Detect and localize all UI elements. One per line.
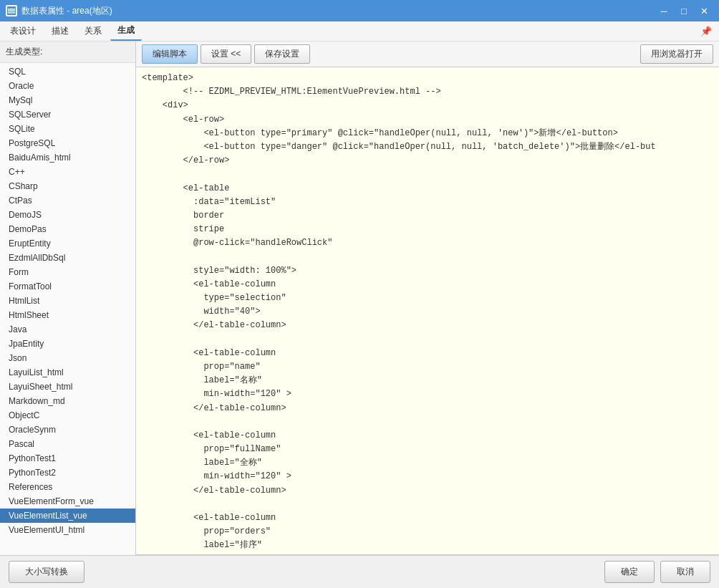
list-item-layuilist_html[interactable]: LayuiList_html [0, 365, 135, 380]
app-icon [6, 5, 17, 16]
list-item-postgresql[interactable]: PostgreSQL [0, 136, 135, 150]
list-item-pythontest1[interactable]: PythonTest1 [0, 451, 135, 466]
menu-tab-generate[interactable]: 生成 [110, 21, 142, 41]
left-panel-header: 生成类型: [0, 42, 135, 63]
list-item-vueelementlist_vue[interactable]: VueElementList_vue [0, 509, 135, 523]
menu-tab-relation[interactable]: 关系 [77, 22, 109, 40]
btn-convert-case[interactable]: 大小写转换 [9, 561, 85, 583]
list-item-sqlite[interactable]: SQLite [0, 122, 135, 136]
title-bar: 数据表属性 - area(地区) ─ □ ✕ [0, 0, 719, 21]
pin-icon[interactable]: 📌 [696, 24, 716, 38]
right-panel: 编辑脚本 设置 << 保存设置 用浏览器打开 <template> <!-- E… [136, 42, 719, 555]
svg-rect-1 [8, 9, 15, 10]
window-title: 数据表属性 - area(地区) [21, 5, 655, 17]
list-item-sql[interactable]: SQL [0, 64, 135, 79]
btn-save-settings[interactable]: 保存设置 [254, 44, 310, 64]
list-item-demojs[interactable]: DemoJS [0, 208, 135, 222]
list-item-jpaentity[interactable]: JpaEntity [0, 337, 135, 351]
list-item-markdown_md[interactable]: Markdown_md [0, 394, 135, 408]
list-item-json[interactable]: Json [0, 351, 135, 365]
menu-tab-desc[interactable]: 描述 [44, 22, 76, 40]
close-button[interactable]: ✕ [695, 4, 713, 18]
list-item-form[interactable]: Form [0, 265, 135, 279]
svg-rect-2 [8, 11, 15, 12]
list-item-eruptentity[interactable]: EruptEntity [0, 236, 135, 251]
maximize-button[interactable]: □ [675, 4, 693, 18]
list-item-sqlserver[interactable]: SQLServer [0, 107, 135, 122]
list-item-pythontest2[interactable]: PythonTest2 [0, 466, 135, 480]
bottom-bar: 大小写转换 确定 取消 [0, 555, 719, 588]
list-item-vueelementform_vue[interactable]: VueElementForm_vue [0, 494, 135, 509]
list-item-demopas[interactable]: DemoPas [0, 222, 135, 236]
btn-edit-script[interactable]: 编辑脚本 [142, 44, 198, 64]
svg-rect-3 [8, 12, 15, 14]
list-item-formattool[interactable]: FormatTool [0, 279, 135, 294]
right-toolbar: 编辑脚本 设置 << 保存设置 用浏览器打开 [136, 42, 719, 67]
list-item-csharp[interactable]: CSharp [0, 179, 135, 193]
list-item-oraclesynm[interactable]: OracleSynm [0, 423, 135, 437]
list-item-baiduamis_html[interactable]: BaiduAmis_html [0, 150, 135, 165]
list-item-vueelementui_html[interactable]: VueElementUI_html [0, 523, 135, 537]
btn-ok[interactable]: 确定 [604, 561, 655, 583]
window-controls: ─ □ ✕ [655, 4, 713, 18]
list-item-ctpas[interactable]: CtPas [0, 193, 135, 208]
list-item-oracle[interactable]: Oracle [0, 79, 135, 93]
list-item-java[interactable]: Java [0, 322, 135, 337]
btn-open-browser[interactable]: 用浏览器打开 [640, 44, 713, 64]
menu-tab-design[interactable]: 表设计 [3, 22, 43, 40]
list-item-references[interactable]: References [0, 480, 135, 494]
list-item-mysql[interactable]: MySql [0, 93, 135, 107]
content-area: 生成类型: SQLOracleMySqlSQLServerSQLitePostg… [0, 42, 719, 555]
left-panel-list: SQLOracleMySqlSQLServerSQLitePostgreSQLB… [0, 63, 135, 555]
list-item-c++[interactable]: C++ [0, 165, 135, 179]
list-item-objectc[interactable]: ObjectC [0, 408, 135, 423]
list-item-layuisheet_html[interactable]: LayuiSheet_html [0, 380, 135, 394]
left-panel: 生成类型: SQLOracleMySqlSQLServerSQLitePostg… [0, 42, 136, 555]
btn-cancel[interactable]: 取消 [660, 561, 710, 583]
list-item-pascal[interactable]: Pascal [0, 437, 135, 451]
btn-settings[interactable]: 设置 << [201, 44, 251, 64]
main-container: 生成类型: SQLOracleMySqlSQLServerSQLitePostg… [0, 42, 719, 588]
list-item-htmlsheet[interactable]: HtmlSheet [0, 308, 135, 322]
minimize-button[interactable]: ─ [655, 4, 673, 18]
list-item-htmllist[interactable]: HtmlList [0, 294, 135, 308]
list-item-ezdmlalldbsql[interactable]: EzdmlAllDbSql [0, 251, 135, 265]
menu-bar: 表设计 描述 关系 生成 📌 [0, 21, 719, 42]
code-editor[interactable]: <template> <!-- EZDML_PREVIEW_HTML:Eleme… [136, 67, 719, 555]
